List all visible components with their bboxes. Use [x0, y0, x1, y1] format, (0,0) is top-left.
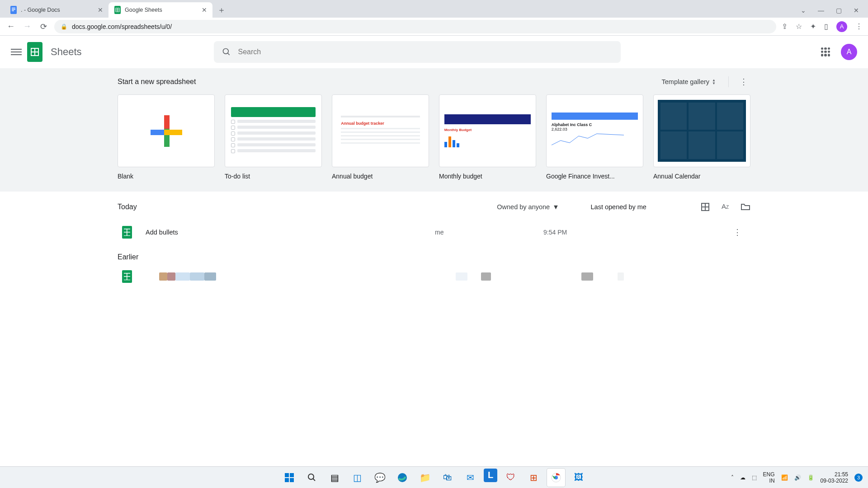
section-today-label: Today	[118, 203, 137, 211]
template-label: Annual Calendar	[653, 173, 750, 180]
mail-icon[interactable]: ✉	[461, 469, 479, 487]
notifications-badge[interactable]: 3	[854, 474, 863, 482]
google-apps-icon[interactable]	[821, 47, 830, 56]
grid-view-icon[interactable]	[701, 202, 710, 211]
app-title: Sheets	[51, 46, 82, 58]
onedrive-icon[interactable]: ☁	[740, 474, 745, 481]
svg-rect-15	[285, 478, 289, 482]
tray-chevron-icon[interactable]: ˄	[731, 474, 734, 481]
start-button[interactable]	[280, 469, 298, 487]
windows-taskbar: ▤ ◫ 💬 📁 🛍 ✉ L 🛡 ⊞ 🖼 ˄ ☁ ⬚ ENG IN 📶 🔊 🔋 2…	[0, 466, 868, 488]
template-finance[interactable]: Alphabet Inc Class C2,622.03 Google Fina…	[546, 94, 643, 180]
share-icon[interactable]: ⇪	[782, 22, 788, 31]
kebab-menu-icon[interactable]: ⋮	[855, 22, 863, 31]
lock-icon: 🔒	[61, 23, 67, 30]
browser-titlebar: . - Google Docs ✕ Google Sheets ✕ ＋ ⌄ ― …	[0, 0, 868, 18]
unfold-icon: ▲▼	[712, 79, 716, 85]
edge-icon[interactable]	[393, 469, 411, 487]
sheets-file-icon	[122, 270, 132, 283]
svg-point-8	[223, 48, 228, 54]
close-icon[interactable]: ✕	[202, 6, 207, 14]
forward-button[interactable]: →	[22, 22, 33, 31]
system-tray: ˄ ☁ ⬚ ENG IN 📶 🔊 🔋 21:55 09-03-2022 3	[731, 471, 863, 484]
template-blank[interactable]: Blank	[118, 94, 215, 180]
template-label: To-do list	[225, 173, 322, 180]
url-text: docs.google.com/spreadsheets/u/0/	[72, 23, 172, 30]
bookmark-icon[interactable]: ☆	[796, 22, 802, 31]
sheets-file-icon	[122, 226, 132, 239]
explorer-icon[interactable]: 📁	[416, 469, 434, 487]
owned-by-filter[interactable]: Owned by anyone ▼	[497, 203, 559, 211]
profile-avatar[interactable]: A	[836, 21, 847, 32]
mcafee-icon[interactable]: 🛡	[502, 469, 520, 487]
maximize-icon[interactable]: ▢	[836, 7, 842, 14]
task-view-icon[interactable]: ▤	[326, 469, 344, 487]
toolbar-actions: ⇪ ☆ ✦ ▯ A ⋮	[782, 21, 863, 32]
store-icon[interactable]: 🛍	[439, 469, 457, 487]
close-icon[interactable]: ✕	[98, 6, 103, 14]
tab-docs[interactable]: . - Google Docs ✕	[5, 2, 108, 18]
wifi-icon[interactable]: 📶	[781, 474, 788, 481]
photos-icon[interactable]: 🖼	[570, 469, 588, 487]
extensions-icon[interactable]: ✦	[810, 22, 816, 31]
template-gallery-button[interactable]: Template gallery ▲▼	[662, 78, 716, 85]
search-taskbar-icon[interactable]	[303, 469, 321, 487]
back-button[interactable]: ←	[5, 22, 16, 31]
chevron-down-icon[interactable]: ⌄	[801, 7, 806, 14]
templates-section: Start a new spreadsheet Template gallery…	[0, 68, 868, 192]
template-monthly-budget[interactable]: Monthly Budget Monthly budget	[439, 94, 536, 180]
sort-last-opened[interactable]: Last opened by me	[591, 203, 646, 211]
sort-az-icon[interactable]: AZ	[722, 202, 729, 211]
file-time: 9:54 PM	[543, 229, 661, 236]
file-owner: me	[435, 229, 543, 236]
sheets-logo-icon[interactable]	[27, 42, 42, 62]
widgets-icon[interactable]: ◫	[348, 469, 366, 487]
template-annual-budget[interactable]: Annual budget tracker Annual budget	[332, 94, 429, 180]
chrome-icon[interactable]	[547, 469, 565, 487]
svg-rect-13	[285, 473, 289, 477]
tab-label: . - Google Docs	[21, 7, 60, 13]
search-box[interactable]	[214, 41, 621, 63]
app-l-icon[interactable]: L	[484, 469, 497, 482]
files-section: Today Owned by anyone ▼ Last opened by m…	[118, 202, 750, 286]
battery-icon[interactable]: 🔋	[807, 474, 814, 481]
template-todo[interactable]: To-do list	[225, 94, 322, 180]
sheets-favicon-icon	[114, 6, 121, 14]
hamburger-menu-icon[interactable]	[11, 47, 22, 57]
clock[interactable]: 21:55 09-03-2022	[821, 471, 848, 484]
svg-rect-0	[10, 6, 17, 14]
file-row-loading	[118, 267, 750, 286]
chat-icon[interactable]: 💬	[371, 469, 389, 487]
office-icon[interactable]: ⊞	[524, 469, 542, 487]
window-controls: ⌄ ― ▢ ✕	[801, 7, 868, 18]
file-name: Add bullets	[146, 229, 435, 236]
language-indicator[interactable]: ENG IN	[763, 471, 775, 484]
new-tab-button[interactable]: ＋	[215, 4, 228, 16]
volume-icon[interactable]: 🔊	[794, 474, 801, 481]
templates-heading: Start a new spreadsheet	[118, 78, 196, 86]
search-input[interactable]	[238, 48, 613, 56]
close-window-icon[interactable]: ✕	[854, 7, 859, 14]
sheets-header: Sheets A	[0, 36, 868, 68]
search-icon	[222, 47, 231, 56]
tab-strip: . - Google Docs ✕ Google Sheets ✕ ＋	[0, 0, 801, 18]
templates-more-icon[interactable]: ⋮	[728, 76, 750, 87]
template-label: Monthly budget	[439, 173, 536, 180]
browser-toolbar: ← → ⟳ 🔒 docs.google.com/spreadsheets/u/0…	[0, 18, 868, 36]
sidepanel-icon[interactable]: ▯	[824, 22, 828, 31]
file-more-icon[interactable]: ⋮	[729, 227, 746, 237]
svg-line-9	[227, 53, 229, 55]
address-bar[interactable]: 🔒 docs.google.com/spreadsheets/u/0/	[54, 20, 776, 33]
tab-label: Google Sheets	[125, 7, 162, 13]
docs-favicon-icon	[10, 6, 17, 14]
reload-button[interactable]: ⟳	[38, 22, 49, 32]
minimize-icon[interactable]: ―	[818, 7, 824, 14]
tray-app-icon[interactable]: ⬚	[752, 474, 757, 481]
template-annual-calendar[interactable]: Annual Calendar	[653, 94, 750, 180]
account-avatar[interactable]: A	[841, 44, 857, 60]
svg-rect-14	[290, 473, 294, 477]
folder-icon[interactable]	[741, 202, 750, 211]
tab-sheets[interactable]: Google Sheets ✕	[108, 2, 212, 18]
template-label: Annual budget	[332, 173, 429, 180]
file-row[interactable]: Add bullets me 9:54 PM ⋮	[118, 220, 750, 245]
